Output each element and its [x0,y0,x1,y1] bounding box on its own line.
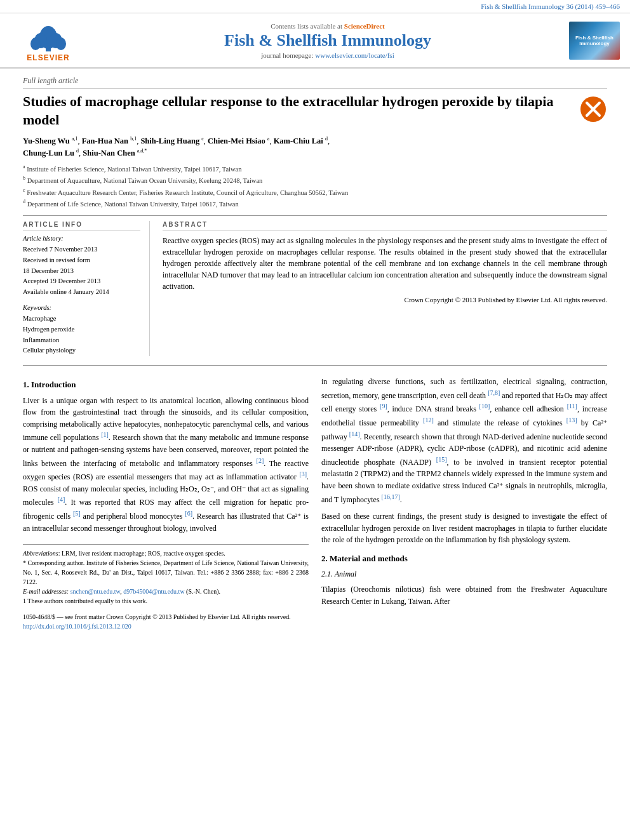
abstract-column: ABSTRACT Reactive oxygen species (ROS) m… [163,221,607,356]
animal-paragraph: Tilapias (Oreochomis niloticus) fish wer… [321,583,607,607]
journal-title: Fish & Shellfish Immunology [94,31,561,50]
ref-7-8[interactable]: [7,8] [488,389,500,396]
article-history-label: Article history: [23,235,140,242]
article-title: Studies of macrophage cellular response … [23,93,572,129]
keyword-cellphysiology: Cellular physiology [23,345,140,356]
ref-9[interactable]: [9] [380,403,387,410]
intro-paragraph-2: in regulating diverse functions, such as… [321,376,607,505]
footnotes-section: Abbreviations: LRM, liver resident macro… [23,544,309,606]
header-divider [23,215,607,216]
article-title-row: Studies of macrophage cellular response … [23,93,607,129]
doi-anchor[interactable]: http://dx.doi.org/10.1016/j.fsi.2013.12.… [23,623,131,630]
body-left-column: 1. Introduction Liver is a unique organ … [23,376,309,631]
ref-15[interactable]: [15] [436,456,447,463]
journal-cover-label: Fish & ShellfishImmunology [575,35,613,46]
svg-point-4 [30,37,41,50]
keywords-label: Keywords: [23,304,140,311]
introduction-heading: 1. Introduction [23,378,309,391]
affiliation-d: d Department of Life Science, National T… [23,198,607,209]
elsevier-logo-container: ELSEVIER [10,18,86,62]
journal-cover-image: Fish & ShellfishImmunology [569,22,620,60]
revised-date-value: 18 December 2013 [23,266,140,277]
elsevier-brand-text: ELSEVIER [27,53,69,62]
doi-link[interactable]: http://dx.doi.org/10.1016/j.fsi.2013.12.… [23,622,309,631]
ref-4[interactable]: [4] [58,496,65,503]
elsevier-tree-icon [23,18,74,53]
ref-13[interactable]: [13] [566,417,577,423]
received-date: Received 7 November 2013 [23,244,140,255]
ref-6[interactable]: [6] [185,510,192,517]
ref-16-17[interactable]: [16,17] [382,493,400,500]
corresponding-author-footnote: * Corresponding author. Institute of Fis… [23,558,309,587]
ref-3[interactable]: [3] [299,470,307,477]
crossmark-icon [579,95,607,126]
journal-url[interactable]: www.elsevier.com/locate/fsi [315,51,394,59]
keyword-inflammation: Inflammation [23,335,140,346]
keywords-section: Keywords: Macrophage Hydrogen peroxide I… [23,304,140,356]
keyword-h2o2: Hydrogen peroxide [23,324,140,335]
body-right-column: in regulating diverse functions, such as… [321,376,607,631]
journal-title-container: Contents lists available at ScienceDirec… [94,22,561,59]
email-1[interactable]: snchen@ntu.edu.tw [70,588,121,595]
article-type: Full length article [23,76,607,89]
issn-text: 1050-4648/$ — see front matter Crown Cop… [23,612,309,622]
body-divider [23,365,607,366]
affiliation-a: a Institute of Fisheries Science, Nation… [23,163,607,174]
ref-12[interactable]: [12] [423,417,434,423]
ref-11[interactable]: [11] [567,403,577,410]
email-footnote: E-mail addresses: snchen@ntu.edu.tw, d97… [23,587,309,596]
affiliation-c: c Freshwater Aquaculture Research Center… [23,187,607,197]
article-dates: Received 7 November 2013 Received in rev… [23,244,140,298]
intro-paragraph-1: Liver is a unique organ with respect to … [23,395,309,535]
issn-section: 1050-4648/$ — see front matter Crown Cop… [23,612,309,631]
article-content: Full length article Studies of macrophag… [0,69,630,639]
email-2[interactable]: d97b45004@ntu.edu.tw [123,588,184,595]
intro-paragraph-3: Based on these current findings, the pre… [321,510,607,546]
ref-1[interactable]: [1] [101,431,109,438]
sciencedirect-text: Contents lists available at ScienceDirec… [94,22,561,30]
abbreviations-footnote: Abbreviations: LRM, liver resident macro… [23,549,309,558]
online-date: Available online 4 January 2014 [23,287,140,298]
journal-homepage: journal homepage: www.elsevier.com/locat… [94,51,561,59]
abstract-label: ABSTRACT [163,221,607,228]
journal-header: ELSEVIER Contents lists available at Sci… [0,13,630,69]
material-methods-heading: 2. Material and methods [321,552,607,565]
svg-point-5 [56,37,66,50]
ref-5[interactable]: [5] [73,510,81,517]
keyword-macrophage: Macrophage [23,314,140,324]
affiliation-b: b Department of Aquaculture, National Ta… [23,175,607,185]
animal-subheading: 2.1. Animal [321,568,607,580]
abstract-text: Reactive oxygen species (ROS) may act as… [163,235,607,292]
elsevier-logo: ELSEVIER [23,18,74,62]
ref-10[interactable]: [10] [479,403,490,410]
revised-date: Received in revised form [23,255,140,266]
article-info-label: ARTICLE INFO [23,221,140,228]
journal-reference: Fish & Shellfish Immunology 36 (2014) 45… [0,0,630,13]
equal-contribution-footnote: 1 These authors contributed equally to t… [23,596,309,606]
affiliations: a Institute of Fisheries Science, Nation… [23,163,607,209]
authors-line: Yu-Sheng Wu a,1, Fan-Hua Nan b,1, Shih-L… [23,135,607,159]
ref-2[interactable]: [2] [257,457,264,464]
accepted-date: Accepted 19 December 2013 [23,276,140,287]
abstract-copyright: Crown Copyright © 2013 Published by Else… [163,296,607,303]
info-abstract-section: ARTICLE INFO Article history: Received 7… [23,221,607,356]
article-info-column: ARTICLE INFO Article history: Received 7… [23,221,150,356]
main-body: 1. Introduction Liver is a unique organ … [23,376,607,631]
ref-14[interactable]: [14] [349,430,360,437]
